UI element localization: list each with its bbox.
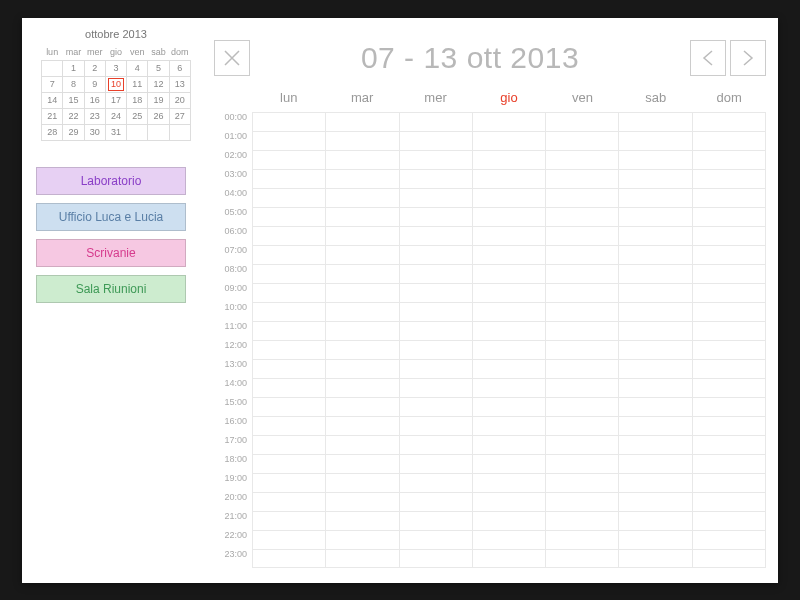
mini-cal-day[interactable]: 13 bbox=[169, 76, 190, 92]
time-cell[interactable] bbox=[619, 303, 692, 321]
day-header[interactable]: mer bbox=[399, 90, 472, 109]
mini-cal-day[interactable]: 4 bbox=[127, 60, 148, 76]
time-cell[interactable] bbox=[693, 303, 766, 321]
mini-cal-day[interactable]: 23 bbox=[84, 108, 105, 124]
time-cell[interactable] bbox=[473, 398, 546, 416]
mini-cal-day[interactable]: 11 bbox=[127, 76, 148, 92]
mini-cal-day[interactable]: 26 bbox=[148, 108, 169, 124]
time-cell[interactable] bbox=[252, 170, 326, 188]
time-cell[interactable] bbox=[326, 265, 399, 283]
time-cell[interactable] bbox=[546, 303, 619, 321]
time-cell[interactable] bbox=[252, 512, 326, 530]
time-cell[interactable] bbox=[546, 455, 619, 473]
day-header[interactable]: gio bbox=[472, 90, 545, 109]
time-cell[interactable] bbox=[619, 493, 692, 511]
mini-cal-day[interactable]: 17 bbox=[105, 92, 126, 108]
time-cell[interactable] bbox=[546, 246, 619, 264]
time-cell[interactable] bbox=[400, 341, 473, 359]
time-cell[interactable] bbox=[693, 284, 766, 302]
time-cell[interactable] bbox=[400, 284, 473, 302]
time-cell[interactable] bbox=[326, 113, 399, 131]
time-cell[interactable] bbox=[326, 398, 399, 416]
mini-cal-day[interactable]: 5 bbox=[148, 60, 169, 76]
time-cell[interactable] bbox=[400, 113, 473, 131]
time-cell[interactable] bbox=[326, 474, 399, 492]
time-cell[interactable] bbox=[546, 113, 619, 131]
time-cell[interactable] bbox=[252, 398, 326, 416]
time-cell[interactable] bbox=[252, 265, 326, 283]
time-cell[interactable] bbox=[326, 303, 399, 321]
time-cell[interactable] bbox=[619, 550, 692, 567]
room-button[interactable]: Ufficio Luca e Lucia bbox=[36, 203, 186, 231]
time-cell[interactable] bbox=[473, 265, 546, 283]
time-cell[interactable] bbox=[619, 322, 692, 340]
time-cell[interactable] bbox=[619, 284, 692, 302]
time-cell[interactable] bbox=[546, 436, 619, 454]
time-cell[interactable] bbox=[400, 512, 473, 530]
time-cell[interactable] bbox=[400, 531, 473, 549]
time-cell[interactable] bbox=[326, 493, 399, 511]
time-cell[interactable] bbox=[400, 265, 473, 283]
time-cell[interactable] bbox=[326, 341, 399, 359]
room-button[interactable]: Laboratorio bbox=[36, 167, 186, 195]
time-cell[interactable] bbox=[326, 512, 399, 530]
time-cell[interactable] bbox=[252, 208, 326, 226]
time-cell[interactable] bbox=[693, 170, 766, 188]
mini-cal-day[interactable]: 2 bbox=[84, 60, 105, 76]
time-cell[interactable] bbox=[473, 341, 546, 359]
time-cell[interactable] bbox=[693, 132, 766, 150]
time-cell[interactable] bbox=[326, 208, 399, 226]
mini-cal-day[interactable]: 8 bbox=[63, 76, 84, 92]
time-cell[interactable] bbox=[326, 227, 399, 245]
mini-cal-day[interactable]: 3 bbox=[105, 60, 126, 76]
mini-cal-day[interactable]: 29 bbox=[63, 124, 84, 140]
time-cell[interactable] bbox=[619, 531, 692, 549]
mini-cal-day[interactable]: 18 bbox=[127, 92, 148, 108]
mini-cal-day[interactable]: 15 bbox=[63, 92, 84, 108]
mini-cal-day[interactable]: 1 bbox=[63, 60, 84, 76]
mini-cal-day[interactable]: 27 bbox=[169, 108, 190, 124]
time-cell[interactable] bbox=[693, 379, 766, 397]
time-cell[interactable] bbox=[400, 208, 473, 226]
time-cell[interactable] bbox=[619, 208, 692, 226]
time-cell[interactable] bbox=[693, 227, 766, 245]
time-cell[interactable] bbox=[252, 379, 326, 397]
room-button[interactable]: Sala Riunioni bbox=[36, 275, 186, 303]
time-cell[interactable] bbox=[252, 246, 326, 264]
time-cell[interactable] bbox=[400, 398, 473, 416]
time-cell[interactable] bbox=[473, 474, 546, 492]
time-cell[interactable] bbox=[400, 303, 473, 321]
time-cell[interactable] bbox=[693, 265, 766, 283]
time-cell[interactable] bbox=[693, 208, 766, 226]
time-cell[interactable] bbox=[619, 170, 692, 188]
time-cell[interactable] bbox=[400, 455, 473, 473]
time-cell[interactable] bbox=[546, 550, 619, 567]
time-cell[interactable] bbox=[693, 151, 766, 169]
time-cell[interactable] bbox=[693, 417, 766, 435]
time-cell[interactable] bbox=[619, 436, 692, 454]
time-cell[interactable] bbox=[473, 151, 546, 169]
time-cell[interactable] bbox=[400, 417, 473, 435]
time-cell[interactable] bbox=[473, 113, 546, 131]
time-cell[interactable] bbox=[252, 360, 326, 378]
time-cell[interactable] bbox=[473, 512, 546, 530]
time-cell[interactable] bbox=[619, 455, 692, 473]
time-cell[interactable] bbox=[252, 341, 326, 359]
time-cell[interactable] bbox=[546, 341, 619, 359]
time-cell[interactable] bbox=[546, 398, 619, 416]
time-cell[interactable] bbox=[326, 151, 399, 169]
time-cell[interactable] bbox=[619, 151, 692, 169]
time-cell[interactable] bbox=[473, 417, 546, 435]
time-cell[interactable] bbox=[693, 189, 766, 207]
time-cell[interactable] bbox=[693, 322, 766, 340]
time-cell[interactable] bbox=[473, 360, 546, 378]
time-cell[interactable] bbox=[252, 227, 326, 245]
day-header[interactable]: lun bbox=[252, 90, 325, 109]
time-cell[interactable] bbox=[619, 189, 692, 207]
day-header[interactable]: ven bbox=[546, 90, 619, 109]
mini-cal-day[interactable]: 28 bbox=[42, 124, 63, 140]
time-cell[interactable] bbox=[473, 303, 546, 321]
time-cell[interactable] bbox=[693, 512, 766, 530]
time-cell[interactable] bbox=[252, 493, 326, 511]
time-cell[interactable] bbox=[252, 284, 326, 302]
